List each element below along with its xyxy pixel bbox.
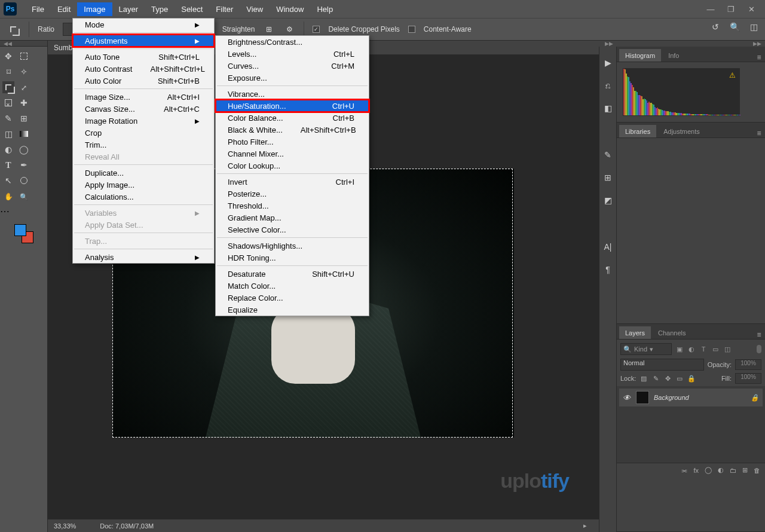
frame-tool[interactable] (2, 97, 14, 109)
gradient-tool[interactable] (18, 128, 30, 140)
crop-tool[interactable] (2, 81, 14, 93)
status-flyout-icon[interactable]: ▸ (583, 522, 587, 530)
image-menu-item-crop[interactable]: Crop (73, 127, 214, 139)
menu-window[interactable]: Window (270, 2, 310, 16)
eraser-tool[interactable] (2, 128, 14, 140)
heal-tool[interactable] (18, 97, 30, 109)
content-aware-checkbox[interactable] (408, 26, 415, 33)
fill-value[interactable]: 100% (735, 373, 761, 384)
image-menu-item-trim[interactable]: Trim... (73, 139, 214, 151)
layer-thumbnail[interactable] (636, 391, 649, 404)
quick-select-tool[interactable] (18, 66, 30, 78)
menu-view[interactable]: View (240, 2, 270, 16)
adjust-menu-item-shadows-highlights[interactable]: Shadows/Highlights... (216, 240, 369, 252)
menu-select[interactable]: Select (175, 2, 209, 16)
lasso-tool[interactable] (2, 66, 14, 78)
lock-all-icon[interactable]: 🔒 (687, 374, 696, 383)
image-menu-item-auto-tone[interactable]: Auto ToneShift+Ctrl+L (73, 51, 214, 63)
swatches-panel-icon[interactable]: ◩ (602, 195, 613, 206)
move-tool[interactable] (2, 50, 14, 62)
image-menu-item-calculations[interactable]: Calculations... (73, 191, 214, 203)
tab-channels[interactable]: Channels (652, 326, 691, 339)
adjust-menu-item-posterize[interactable]: Posterize... (216, 188, 369, 200)
adjust-menu-item-invert[interactable]: InvertCtrl+I (216, 176, 369, 188)
paragraph-panel-icon[interactable]: ¶ (602, 264, 613, 275)
doc-size[interactable]: Doc: 7,03M/7,03M (100, 522, 154, 530)
adjust-menu-item-replace-color[interactable]: Replace Color... (216, 292, 369, 304)
image-menu-item-image-rotation[interactable]: Image Rotation▶ (73, 115, 214, 127)
image-menu-item-adjustments[interactable]: Adjustments▶ (73, 35, 214, 47)
menu-image[interactable]: Image (77, 2, 112, 16)
adjust-menu-item-color-balance[interactable]: Color Balance...Ctrl+B (216, 112, 369, 124)
strip-collapse[interactable]: ▶▶ (599, 41, 617, 47)
tab-layers[interactable]: Layers (619, 326, 651, 339)
image-menu-item-auto-color[interactable]: Auto ColorShift+Ctrl+B (73, 75, 214, 87)
layer-fx-icon[interactable]: fx (693, 467, 699, 474)
brushes-panel-icon[interactable]: ✎ (602, 149, 613, 160)
pen-tool[interactable] (18, 159, 30, 171)
adjust-menu-item-curves[interactable]: Curves...Ctrl+M (216, 60, 369, 72)
history-panel-icon[interactable]: ⎌ (602, 80, 613, 91)
tab-info[interactable]: Info (662, 49, 685, 62)
clone-source-panel-icon[interactable]: ⊞ (602, 172, 613, 183)
filter-type-icon[interactable]: T (699, 345, 708, 353)
foreground-color-swatch[interactable] (14, 224, 26, 236)
image-menu-item-auto-contrast[interactable]: Auto ContrastAlt+Shift+Ctrl+L (73, 63, 214, 75)
new-layer-icon[interactable]: ⊞ (742, 466, 748, 474)
zoom-tool[interactable] (18, 190, 30, 202)
adjust-menu-item-brightness-contrast[interactable]: Brightness/Contrast... (216, 36, 369, 48)
adjust-menu-item-hue-saturation[interactable]: Hue/Saturation...Ctrl+U (216, 100, 369, 112)
edit-toolbar[interactable]: ⋯ (0, 206, 47, 217)
path-select-tool[interactable] (2, 175, 14, 186)
tab-histogram[interactable]: Histogram (619, 49, 661, 62)
adjustment-layer-icon[interactable]: ◐ (718, 466, 724, 474)
panel-menu-icon[interactable]: ≡ (753, 129, 765, 137)
overlay-grid-icon[interactable]: ⊞ (263, 23, 275, 35)
minimize-button[interactable]: — (706, 5, 715, 14)
hand-tool[interactable] (2, 190, 14, 202)
delete-layer-icon[interactable]: 🗑 (754, 467, 760, 474)
dodge-tool[interactable] (18, 143, 30, 155)
adjust-menu-item-hdr-toning[interactable]: HDR Toning... (216, 252, 369, 264)
filter-shape-icon[interactable]: ▭ (711, 345, 720, 353)
adjust-menu-item-levels[interactable]: Levels...Ctrl+L (216, 48, 369, 60)
image-menu-item-canvas-size[interactable]: Canvas Size...Alt+Ctrl+C (73, 103, 214, 115)
adjust-menu-item-color-lookup[interactable]: Color Lookup... (216, 160, 369, 172)
menu-type[interactable]: Type (145, 2, 175, 16)
type-tool[interactable] (2, 159, 14, 171)
visibility-icon[interactable]: 👁 (623, 393, 631, 402)
menu-file[interactable]: File (25, 2, 51, 16)
lock-position-icon[interactable]: ✥ (663, 374, 672, 383)
tab-libraries[interactable]: Libraries (619, 125, 656, 137)
properties-panel-icon[interactable]: ◧ (602, 103, 613, 114)
adjust-menu-item-selective-color[interactable]: Selective Color... (216, 224, 369, 236)
menu-layer[interactable]: Layer (112, 2, 145, 16)
brush-tool[interactable] (2, 112, 14, 124)
zoom-level[interactable]: 33,33% (54, 522, 76, 530)
layer-mask-icon[interactable]: ◯ (705, 466, 712, 474)
layer-filter-kind[interactable]: 🔍 Kind ▾ (620, 343, 672, 355)
filter-smart-icon[interactable]: ◫ (723, 345, 732, 353)
character-panel-icon[interactable]: A| (602, 241, 613, 252)
close-button[interactable]: ✕ (747, 5, 755, 14)
image-menu-item-image-size[interactable]: Image Size...Alt+Ctrl+I (73, 91, 214, 103)
adjust-menu-item-exposure[interactable]: Exposure... (216, 72, 369, 84)
color-swatches[interactable] (14, 224, 33, 243)
adjust-menu-item-match-color[interactable]: Match Color... (216, 280, 369, 292)
image-menu-item-apply-image[interactable]: Apply Image... (73, 179, 214, 191)
filter-adjust-icon[interactable]: ◐ (687, 345, 696, 353)
adjust-menu-item-desaturate[interactable]: DesaturateShift+Ctrl+U (216, 268, 369, 280)
image-menu-item-duplicate[interactable]: Duplicate... (73, 167, 214, 179)
lock-pixels-icon[interactable]: ✎ (651, 374, 660, 383)
search-icon[interactable]: 🔍 (729, 22, 740, 32)
adjust-menu-item-equalize[interactable]: Equalize (216, 304, 369, 316)
filter-toggle[interactable] (757, 345, 761, 353)
toolbox-collapse[interactable]: ◀◀ (0, 41, 47, 47)
clone-tool[interactable] (18, 112, 30, 124)
blend-mode-select[interactable]: Normal (620, 359, 704, 371)
panel-menu-icon[interactable]: ≡ (753, 331, 765, 339)
adjust-menu-item-gradient-map[interactable]: Gradient Map... (216, 212, 369, 224)
tab-adjustments[interactable]: Adjustments (657, 125, 706, 137)
adjust-menu-item-photo-filter[interactable]: Photo Filter... (216, 136, 369, 148)
adjust-menu-item-black-white[interactable]: Black & White...Alt+Shift+Ctrl+B (216, 124, 369, 136)
